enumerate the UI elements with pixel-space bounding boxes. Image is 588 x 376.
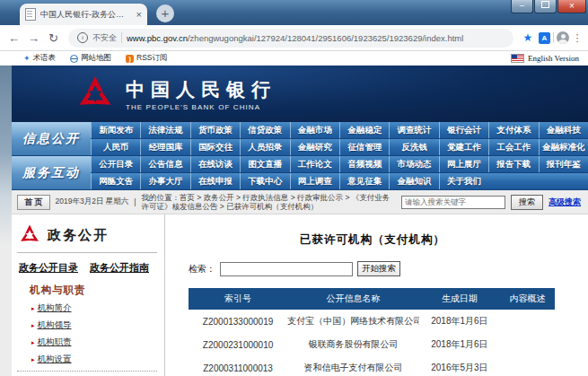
institution-name-link[interactable]: 银联商务股份有限公司	[287, 338, 419, 351]
sidebar-header: 政务公开	[17, 222, 157, 253]
info-icon[interactable]: i	[77, 32, 88, 43]
nav-menu-item[interactable]: 公告信息	[140, 156, 189, 172]
nav-menu-item[interactable]: 党建工作	[439, 139, 488, 155]
sidebar-item-label: 机构职责	[38, 337, 72, 348]
tab-close-icon[interactable]: ×	[136, 10, 142, 20]
profile-icon[interactable]	[557, 31, 569, 44]
nav-menu-item[interactable]: 经理国库	[140, 139, 189, 155]
compass-icon: ✦	[23, 55, 31, 63]
nav-menu-item[interactable]: 人民币	[91, 139, 140, 155]
nav-menu-item[interactable]: 工作论文	[290, 156, 339, 172]
date-label: 2019年3月2日 星期六	[56, 197, 129, 207]
window-controls: – ×	[510, 0, 586, 13]
nav-row: 网匦文告办事大厅在线申报下载中心网上调查意见征集金融知识关于我们	[91, 173, 588, 190]
nav-menu-item[interactable]: 支付体系	[488, 122, 538, 138]
nav-menu-item[interactable]: 关于我们	[439, 173, 488, 189]
address-bar[interactable]: i 不安全 www.pbc.gov.cn/zhengwugongkai/1279…	[68, 29, 513, 48]
nav-menu-item[interactable]: 市场动态	[389, 156, 438, 172]
breadcrumb[interactable]: 我的位置：首页 > 政务公开 > 行政执法信息 > 行政审批公示 > 《支付业务…	[141, 193, 396, 211]
nav-menu-item[interactable]: 办事大厅	[140, 173, 189, 189]
english-version-link[interactable]: English Version	[511, 54, 579, 63]
nav-menu-item[interactable]: 网上展厅	[439, 156, 488, 172]
page-title: 已获许可机构（支付机构）	[189, 232, 557, 248]
site-search-input[interactable]	[401, 196, 505, 209]
sitemap-link[interactable]: 网站地图	[70, 53, 111, 64]
nav-menu-item[interactable]: 意见征集	[339, 173, 389, 189]
sidebar-item[interactable]: ▸机构设置	[31, 354, 157, 365]
sidebar-item[interactable]: ▸机构领导	[31, 319, 157, 331]
nav-menu-item[interactable]: 金融标准化	[539, 139, 588, 155]
browser-tab[interactable]: 中国人民银行-政务公开-行政执法 ×	[20, 4, 147, 25]
table-header-row: 索引号公开信息名称生成日期内容概述	[189, 288, 555, 310]
nav-menu-item[interactable]: 金融研究	[290, 139, 339, 155]
sidebar-link-guide[interactable]: 政务公开指南	[90, 261, 149, 275]
nav-rows: 公开目录公告信息在线访谈图文直播工作论文音频视频市场动态网上展厅报告下载报刊年鉴…	[91, 156, 588, 190]
globe-icon	[70, 55, 78, 63]
nav-row: 人民币经理国库国际交往人员招录金融研究征信管理反洗钱党建工作工会工作金融标准化	[91, 139, 588, 156]
nav-menu-item[interactable]: 征信管理	[339, 139, 389, 155]
rss-link[interactable]: ) RSS订阅	[126, 53, 167, 64]
glossary-link[interactable]: ✦ 术语表	[23, 53, 56, 64]
nav-section-label[interactable]: 信息公开	[12, 122, 91, 156]
nav-menu-item[interactable]: 法律法规	[140, 122, 189, 138]
reload-icon[interactable]: ↻	[45, 31, 62, 45]
nav-menu-item[interactable]: 反洗钱	[389, 139, 438, 155]
breadcrumb-bar: 首 页 2019年3月2日 星期六 | 我的位置：首页 > 政务公开 > 行政执…	[12, 190, 588, 214]
nav-menu-item[interactable]: 银行会计	[439, 122, 488, 138]
nav-menu-item[interactable]: 人员招录	[240, 139, 289, 155]
translate-extension-icon[interactable]: A	[539, 32, 550, 44]
nav-menu-item[interactable]: 音频视频	[339, 156, 389, 172]
nav-menu-item[interactable]: 在线申报	[190, 173, 240, 189]
back-icon[interactable]: ←	[5, 31, 22, 45]
nav-menu-item[interactable]: 新闻发布	[91, 122, 140, 138]
nav-menu-item[interactable]: 网上调查	[290, 173, 339, 189]
nav-menu-item[interactable]: 在线访谈	[190, 156, 240, 172]
nav-menu-item[interactable]: 金融知识	[389, 173, 438, 189]
nav-menu-item[interactable]: 工会工作	[488, 139, 538, 155]
nav-menu-item[interactable]: 信贷政策	[240, 122, 289, 138]
nav-menu-item[interactable]: 下载中心	[240, 173, 289, 189]
new-tab-button[interactable]: +	[156, 4, 174, 22]
sidebar-item-label: 机构简介	[38, 302, 72, 314]
forward-icon[interactable]: →	[25, 31, 42, 45]
nav-menu-item[interactable]: 调查统计	[389, 122, 438, 138]
minimize-button[interactable]: –	[511, 0, 533, 13]
nav-menu-item[interactable]: 国际交往	[190, 139, 240, 155]
masthead-titles: 中国人民银行 THE PEOPLE'S BANK OF CHINA	[126, 77, 276, 111]
sidebar-item[interactable]: ▸机构职责	[31, 337, 157, 348]
sidebar-item[interactable]: ▸机构简介	[31, 302, 157, 314]
bookmark-star-icon[interactable]: ★	[520, 31, 536, 44]
sidebar-link-directory[interactable]: 政务公开目录	[19, 261, 78, 275]
advanced-search-link[interactable]: 高级搜索	[549, 197, 581, 208]
nav-menu-item[interactable]: 金融市场	[290, 122, 339, 138]
nav-menu-item[interactable]: 网匦文告	[91, 173, 140, 189]
list-search-row: 检索： 开始搜索	[189, 261, 557, 276]
flag-icon	[511, 54, 524, 63]
start-search-button[interactable]: 开始搜索	[357, 261, 400, 276]
nav-section-label[interactable]: 服务互动	[12, 156, 91, 190]
nav-menu-item[interactable]: 金融科技	[539, 122, 588, 138]
nav-menu-item[interactable]: 货币政策	[190, 122, 240, 138]
table-header-cell: 公开信息名称	[287, 293, 419, 305]
institution-name-link[interactable]: 支付宝（中国）网络技术有限公司	[287, 315, 419, 328]
list-search-input[interactable]	[220, 262, 353, 276]
maximize-button[interactable]	[534, 0, 557, 13]
address-divider	[121, 32, 122, 43]
table-cell: 2018年1月6日	[419, 315, 500, 328]
nav-row: 新闻发布法律法规货币政策信贷政策金融市场金融稳定调查统计银行会计支付体系金融科技	[91, 122, 588, 139]
close-button[interactable]: ×	[557, 0, 586, 13]
nav-menu-item[interactable]: 图文直播	[240, 156, 289, 172]
table-cell: Z2000133000019	[189, 317, 287, 327]
site-search-button[interactable]: 搜索	[511, 195, 543, 210]
content-area: 政务公开 政务公开目录 政务公开指南 机构与职责▸机构简介▸机构领导▸机构职责▸…	[12, 214, 588, 376]
browser-menu-icon[interactable]: ⋮	[572, 32, 583, 44]
sitemap-link-label: 网站地图	[81, 53, 111, 64]
nav-menu-item[interactable]: 金融稳定	[339, 122, 389, 138]
institution-name-link[interactable]: 资和信电子支付有限公司	[287, 362, 419, 374]
nav-menu-item[interactable]: 报刊年鉴	[539, 156, 588, 172]
sidebar-sections: 机构与职责▸机构简介▸机构领导▸机构职责▸机构设置法规政策▸法律法规	[17, 284, 157, 376]
nav-menu-item[interactable]: 报告下载	[488, 156, 538, 172]
home-button[interactable]: 首 页	[17, 195, 50, 210]
nav-menu-item[interactable]: 公开目录	[91, 156, 140, 172]
triangle-bullet-icon: ▸	[31, 322, 35, 329]
